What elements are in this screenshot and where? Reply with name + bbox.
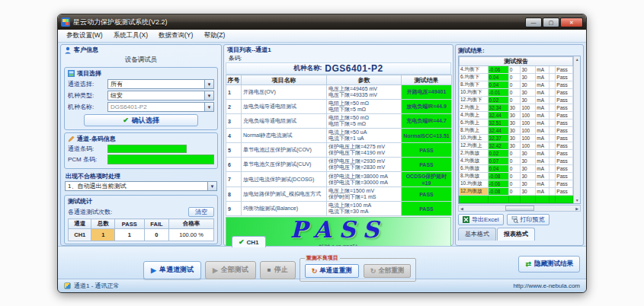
scrollbar-thumb[interactable] <box>505 206 534 211</box>
chevron-down-icon[interactable]: ▼ <box>204 103 213 111</box>
report-row[interactable]: 6.均衡放0.04030mAPass <box>460 165 573 173</box>
chevron-down-icon[interactable]: ▼ <box>207 182 216 190</box>
table-row[interactable]: 2放电负端导通电阻测试电阻上限=50 mΩ电阻下限=5 mΩ放电负端IR=44.… <box>226 100 452 114</box>
report-row[interactable]: 2.均衡放0.02030mAPass <box>460 150 573 158</box>
table-row[interactable]: 3充电负端导通电阻测试电阻上限=50 mΩ电阻下限=5 mΩ充电负端IR=44.… <box>226 114 452 129</box>
channel-barcode-input[interactable] <box>107 145 187 153</box>
menu-help[interactable]: 帮助(Z) <box>199 30 229 41</box>
report-unit-cell: mA <box>536 89 549 97</box>
model-name-dropdown[interactable]: DGS6401-P2 ▼ <box>107 102 214 112</box>
report-blank-cell <box>549 150 555 158</box>
report-table-title: 测试报告 <box>460 57 573 66</box>
item-name-cell: 充电负端导通电阻测试 <box>242 114 327 129</box>
report-row[interactable]: 8.均衡下0.04030mAPass <box>460 81 573 89</box>
minimize-button[interactable]: — <box>525 18 542 27</box>
table-row[interactable]: 9均衡功能测试(Balance)电流上限=100 mA电流下限=30 mAPAS… <box>226 202 452 216</box>
pcm-barcode-input[interactable] <box>107 155 214 164</box>
scroll-left-icon[interactable]: ◀ <box>459 206 465 211</box>
report-row[interactable]: 10.均衡放-0.06030mAPass <box>460 180 573 188</box>
report-max-cell: 100 <box>521 104 536 112</box>
report-min-cell: 0 <box>508 150 521 158</box>
report-blank-cell <box>549 135 555 142</box>
table-row[interactable]: 4Normal静态电流测试电流上限=50 uA电流下限=1 uANormalSC… <box>226 129 452 143</box>
title-bar[interactable]: 星云动力保护板测试系统(V2.2) — ▢ ✕ <box>58 14 586 30</box>
menu-system-tools[interactable]: 系统工具(X) <box>109 30 152 41</box>
barcode-group-title: 通道-条码信息 <box>77 135 116 143</box>
report-result-cell: Pass <box>556 173 573 180</box>
report-min-cell: 0 <box>508 81 521 89</box>
tab-channel-1[interactable]: ✔ CH1 <box>232 236 266 247</box>
scroll-down-icon[interactable]: ▼ <box>575 197 579 203</box>
report-row[interactable]: 2.均衡上32.3430100mAPass <box>460 104 573 112</box>
scroll-up-icon[interactable]: ▲ <box>575 56 579 62</box>
item-no-cell: 9 <box>226 202 242 216</box>
report-row[interactable]: 12.均衡上32.4230100mAPass <box>460 142 573 150</box>
fail-handling-dropdown[interactable]: 1、自动退出当前测试 ▼ <box>65 181 217 191</box>
menu-data-query[interactable]: 数据查询(Y) <box>154 30 197 41</box>
report-row[interactable]: 4.均衡下-0.06030mAPass <box>460 66 573 74</box>
param-line: 保护电压上限=4275 mV <box>328 144 399 150</box>
item-name-cell: 放电负端导通电阻测试 <box>242 100 327 114</box>
chevron-down-icon[interactable]: ▼ <box>204 80 213 88</box>
scroll-right-icon[interactable]: ▶ <box>574 206 580 211</box>
report-value-cell: 32.34 <box>488 104 508 112</box>
model-type-dropdown[interactable]: 纽安 ▼ <box>107 91 214 100</box>
confirm-select-button[interactable]: ✔ 确认选择 <box>84 114 198 126</box>
table-row[interactable]: 6单节电池欠压保护测试(CUV)保护电压上限=2930 mV保护电压下限=283… <box>226 158 452 172</box>
report-blank-cell <box>549 104 555 112</box>
report-row[interactable]: 4.均衡上32.4430100mAPass <box>460 112 573 120</box>
report-row[interactable]: 10.均衡下-0.01030mAPass <box>460 89 573 97</box>
report-blank-cell <box>549 89 555 97</box>
hide-results-label: 隐藏测试结果 <box>534 260 573 269</box>
report-unit-cell: mA <box>536 180 549 188</box>
single-channel-retest-button[interactable]: ↻ 单通道重测 <box>305 264 359 278</box>
report-row[interactable]: 8.均衡放-0.08030mAPass <box>460 173 573 180</box>
tab-basic-format[interactable]: 基本格式 <box>458 228 496 241</box>
channel-select-dropdown[interactable]: 所有 ▼ <box>107 79 214 89</box>
all-test-button[interactable]: ▶ 全部测试 <box>205 261 256 279</box>
stats-fail-cell: 0 <box>144 229 169 241</box>
table-row[interactable]: 7放电过电流保护测试(DCOSG)保护电流上限=38000 mA保护电流下限=3… <box>226 172 452 187</box>
close-button[interactable]: ✕ <box>560 18 583 27</box>
param-line: 保护电流上限=38000 mA <box>328 174 399 180</box>
stats-header-cell: PASS <box>114 219 144 229</box>
report-row[interactable]: 6.均衡上32.5130100mAPass <box>460 120 573 127</box>
all-retest-button[interactable]: ↻ 全部重测 <box>364 264 412 278</box>
recycle-icon: ⇄ <box>525 260 531 268</box>
chevron-down-icon[interactable]: ▼ <box>204 91 213 100</box>
report-partial-cell <box>508 196 521 203</box>
param-line: 电阻上限=50 mΩ <box>328 115 399 121</box>
export-excel-button[interactable]: 导出Excel <box>458 214 504 225</box>
stats-total-cell: 1 <box>91 229 114 241</box>
report-max-cell: 100 <box>521 112 536 120</box>
report-row[interactable]: 8.均衡上32.4430100mAPass <box>460 127 573 135</box>
report-name-cell: 4.均衡上 <box>460 112 489 120</box>
report-name-cell: 6.均衡下 <box>460 74 489 81</box>
report-value-cell: 32.51 <box>488 120 508 127</box>
item-name-cell: 放电短路保护测试_模拟电压方式 <box>242 187 327 202</box>
menu-parameter-settings[interactable]: 参数设置(W) <box>62 30 107 41</box>
report-blank-cell <box>549 127 555 135</box>
report-vertical-scrollbar[interactable]: ▲ ▼ <box>573 56 580 203</box>
report-result-cell: Pass <box>556 180 573 188</box>
report-horizontal-scrollbar[interactable]: ◀ ▶ <box>458 205 581 212</box>
stats-channel-cell: CH1 <box>69 229 91 241</box>
report-row[interactable]: 12.均衡放-0.08030mAPass <box>460 188 573 196</box>
maximize-button[interactable]: ▢ <box>543 18 559 27</box>
report-row[interactable]: 10.均衡上32.3730100mAPass <box>460 135 573 142</box>
table-row[interactable]: 5单节电池过压保护测试(COV)保护电压上限=4275 mV保护电压下限=419… <box>226 143 452 158</box>
table-row[interactable]: 1开路电压(OV)电压上限=49465 mV电压下限=49335 mV开路电压=… <box>226 85 452 100</box>
tab-report-format[interactable]: 报表格式 <box>497 228 535 241</box>
report-row[interactable]: 12.均衡下0.02030mAPass <box>460 97 573 104</box>
report-row[interactable]: 6.均衡下0.04030mAPass <box>460 74 573 81</box>
channel-select-label: 通道选择: <box>68 80 107 88</box>
print-preview-label: 打印预览 <box>521 215 545 224</box>
report-min-cell: 30 <box>508 127 521 135</box>
table-row[interactable]: 8放电短路保护测试_模拟电压方式电压上限=1500 mV保护时间下限=1 mSP… <box>226 187 452 202</box>
stop-button[interactable]: ■ 停止 <box>260 261 296 279</box>
print-preview-button[interactable]: 打印预览 <box>507 214 549 225</box>
report-row[interactable]: 4.均衡放0.07030mAPass <box>460 158 573 165</box>
clear-button[interactable]: 清空 <box>188 207 214 217</box>
hide-results-button[interactable]: ⇄ 隐藏测试结果 <box>518 256 580 273</box>
single-channel-test-button[interactable]: ▶ 单通道测试 <box>143 261 201 279</box>
